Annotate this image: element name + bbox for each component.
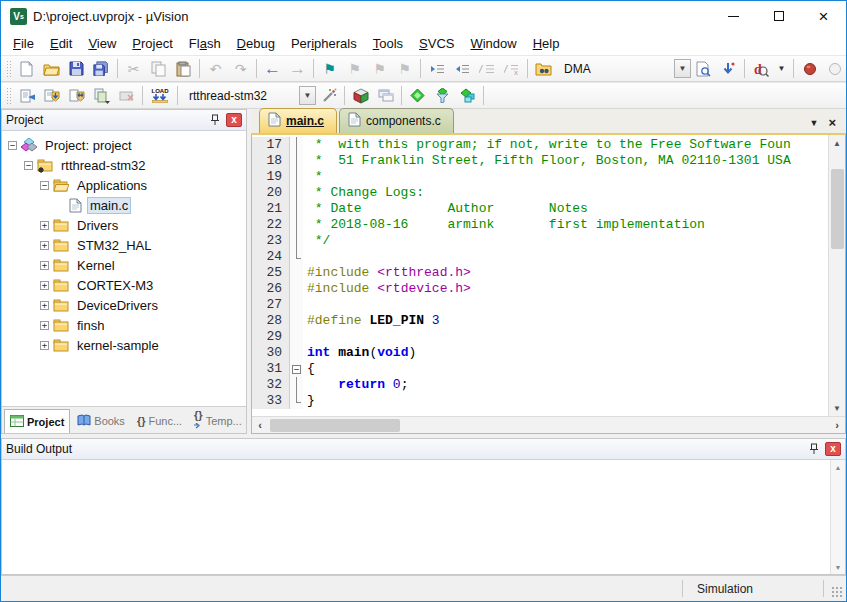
- cut-button[interactable]: ✂: [121, 57, 146, 80]
- rebuild-button[interactable]: [64, 84, 89, 107]
- uncomment-selection-button[interactable]: /x: [499, 57, 524, 80]
- batch-build-button[interactable]: [89, 84, 114, 107]
- save-button[interactable]: [64, 57, 89, 80]
- collapse-expander[interactable]: −: [8, 141, 17, 150]
- toolbar-grip[interactable]: [6, 60, 11, 78]
- tree-item-project-project[interactable]: −Project: project: [2, 135, 246, 155]
- pin-button[interactable]: [806, 442, 822, 457]
- incremental-find-button[interactable]: [716, 57, 741, 80]
- debug-dropdown-button[interactable]: ▼: [773, 57, 790, 80]
- tree-item-rtthread-stm32[interactable]: −rtthread-stm32: [2, 155, 246, 175]
- menu-tools[interactable]: Tools: [365, 33, 411, 54]
- scrollbar-thumb[interactable]: [831, 169, 844, 249]
- scroll-right-arrow[interactable]: ›: [829, 419, 845, 431]
- menu-view[interactable]: View: [80, 33, 124, 54]
- paste-button[interactable]: [171, 57, 196, 80]
- fold-collapse-marker[interactable]: −: [290, 361, 303, 377]
- expand-expander[interactable]: +: [40, 281, 49, 290]
- tree-item-drivers[interactable]: +Drivers: [2, 215, 246, 235]
- scroll-down-arrow[interactable]: ▼: [829, 400, 845, 416]
- menu-edit[interactable]: Edit: [42, 33, 80, 54]
- prev-bookmark-button[interactable]: ⚑: [342, 57, 367, 80]
- tree-item-stm32-hal[interactable]: +STM32_HAL: [2, 235, 246, 255]
- editor-vertical-scrollbar[interactable]: ▲ ▼: [828, 135, 845, 416]
- menu-peripherals[interactable]: Peripherals: [283, 33, 365, 54]
- tree-item-kernel[interactable]: +Kernel: [2, 255, 246, 275]
- panel-tab-func[interactable]: {}Func...: [132, 409, 187, 433]
- select-packs-button[interactable]: [430, 84, 455, 107]
- collapse-expander[interactable]: −: [40, 181, 49, 190]
- next-bookmark-button[interactable]: ⚑: [367, 57, 392, 80]
- indent-button[interactable]: [424, 57, 449, 80]
- target-combo[interactable]: rtthread-stm32 ▼: [181, 85, 316, 106]
- pin-button[interactable]: [207, 113, 223, 128]
- expand-expander[interactable]: +: [40, 241, 49, 250]
- tree-item-kernel-sample[interactable]: +kernel-sample: [2, 335, 246, 355]
- menu-file[interactable]: File: [5, 33, 42, 54]
- close-button[interactable]: ×: [801, 1, 846, 31]
- editor-tab-components-c[interactable]: components.c: [339, 108, 454, 133]
- scroll-up-arrow[interactable]: ▲: [831, 460, 845, 474]
- menu-debug[interactable]: Debug: [229, 33, 283, 54]
- scroll-left-arrow[interactable]: ‹: [252, 419, 268, 431]
- navigate-forward-button[interactable]: →: [285, 57, 310, 80]
- undo-button[interactable]: ↶: [203, 57, 228, 80]
- stop-build-button[interactable]: [114, 84, 139, 107]
- find-in-files-button[interactable]: [531, 57, 556, 80]
- tree-item-applications[interactable]: −Applications: [2, 175, 246, 195]
- find-next-button[interactable]: [691, 57, 716, 80]
- scrollbar-thumb[interactable]: [270, 419, 400, 432]
- new-file-button[interactable]: [14, 57, 39, 80]
- target-options-button[interactable]: [316, 84, 341, 107]
- resize-grip[interactable]: [824, 576, 846, 601]
- save-all-button[interactable]: [89, 57, 114, 80]
- debug-session-button[interactable]: d: [748, 57, 773, 80]
- maximize-button[interactable]: [756, 1, 801, 31]
- panel-tab-temp[interactable]: {}Temp...: [189, 409, 247, 433]
- manage-project-items-button[interactable]: [348, 84, 373, 107]
- build-output-close-button[interactable]: x: [825, 442, 841, 456]
- menu-project[interactable]: Project: [124, 33, 180, 54]
- menu-flash[interactable]: Flash: [181, 33, 229, 54]
- panel-tab-books[interactable]: Books: [72, 409, 130, 433]
- menu-svcs[interactable]: SVCS: [411, 33, 462, 54]
- expand-expander[interactable]: +: [40, 221, 49, 230]
- comment-selection-button[interactable]: /: [474, 57, 499, 80]
- open-file-button[interactable]: [39, 57, 64, 80]
- tree-item-main-c[interactable]: main.c: [2, 195, 246, 215]
- navigate-back-button[interactable]: ←: [260, 57, 285, 80]
- build-output-scrollbar[interactable]: ▲ ▼: [830, 460, 845, 574]
- scroll-down-arrow[interactable]: ▼: [831, 560, 845, 574]
- translate-button[interactable]: [14, 84, 39, 107]
- expand-expander[interactable]: +: [40, 261, 49, 270]
- expand-expander[interactable]: +: [40, 321, 49, 330]
- pack-installer-button[interactable]: [455, 84, 480, 107]
- insert-breakpoint-button[interactable]: [797, 57, 822, 80]
- project-panel-close-button[interactable]: x: [226, 113, 242, 127]
- minimize-button[interactable]: [711, 1, 756, 31]
- scroll-up-arrow[interactable]: ▲: [829, 135, 845, 151]
- clear-bookmarks-button[interactable]: ⚑: [392, 57, 417, 80]
- target-combo-dropdown[interactable]: ▼: [299, 86, 316, 105]
- search-combo-dropdown[interactable]: ▼: [674, 59, 691, 78]
- outdent-button[interactable]: [449, 57, 474, 80]
- menu-window[interactable]: Window: [462, 33, 524, 54]
- code-editor[interactable]: 17 * with this program; if not, write to…: [252, 135, 828, 416]
- toolbar-grip[interactable]: [6, 87, 11, 105]
- close-document-button[interactable]: ×: [828, 116, 836, 129]
- collapse-expander[interactable]: −: [24, 161, 33, 170]
- search-combo[interactable]: DMA ▼: [556, 58, 691, 79]
- manage-rte-button[interactable]: [405, 84, 430, 107]
- menu-help[interactable]: Help: [525, 33, 568, 54]
- panel-tab-project[interactable]: Project: [4, 409, 70, 433]
- editor-tab-main-c[interactable]: main.c: [259, 108, 337, 133]
- build-button[interactable]: [39, 84, 64, 107]
- tree-item-finsh[interactable]: +finsh: [2, 315, 246, 335]
- tree-item-devicedrivers[interactable]: +DeviceDrivers: [2, 295, 246, 315]
- tree-item-cortex-m3[interactable]: +CORTEX-M3: [2, 275, 246, 295]
- manage-multi-project-button[interactable]: [373, 84, 398, 107]
- editor-horizontal-scrollbar[interactable]: ‹ ›: [252, 416, 845, 433]
- toggle-bookmark-button[interactable]: ⚑: [317, 57, 342, 80]
- redo-button[interactable]: ↷: [228, 57, 253, 80]
- tab-list-dropdown[interactable]: ▼: [809, 118, 818, 128]
